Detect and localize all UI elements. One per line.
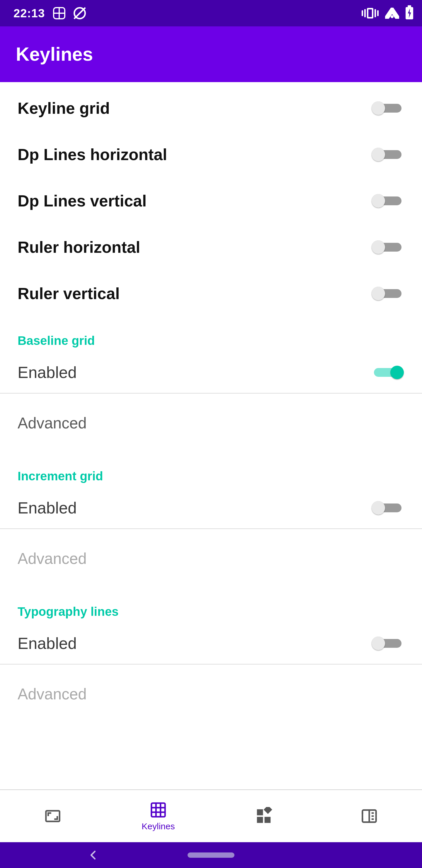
toggle-row-dp-lines-vertical[interactable]: Dp Lines vertical [0, 178, 422, 224]
tab-label: Keylines [141, 822, 175, 831]
baseline-advanced-row[interactable]: Advanced [0, 394, 422, 452]
toggle-row-keyline-grid[interactable]: Keyline grid [0, 85, 422, 131]
svg-rect-1 [152, 803, 165, 817]
board-icon [360, 807, 378, 825]
section-title-text: Baseline grid [18, 334, 95, 348]
enabled-label: Enabled [18, 634, 77, 653]
section-title-text: Typography lines [18, 604, 119, 619]
switch-dp-lines-horizontal[interactable] [371, 147, 404, 162]
toggle-label: Dp Lines horizontal [18, 145, 167, 164]
vibrate-icon [362, 8, 379, 19]
switch-baseline-enabled[interactable] [371, 365, 404, 380]
section-title-text: Increment grid [18, 469, 103, 483]
toggle-row-dp-lines-horizontal[interactable]: Dp Lines horizontal [0, 131, 422, 178]
tab-layout[interactable]: Layout [317, 790, 422, 842]
widgets-icon [255, 807, 273, 825]
svg-rect-5 [264, 807, 272, 814]
switch-ruler-vertical[interactable] [371, 286, 404, 302]
settings-list[interactable]: Keyline grid Dp Lines horizontal Dp Line… [0, 82, 422, 789]
toggle-label: Ruler horizontal [18, 238, 140, 256]
status-clock: 22:13 [13, 7, 45, 20]
back-button[interactable] [88, 849, 99, 861]
section-header-baseline-grid: Baseline grid [0, 317, 422, 352]
advanced-label: Advanced [18, 685, 87, 703]
toggle-label: Ruler vertical [18, 284, 120, 303]
apps-icon [53, 7, 65, 19]
section-header-typography-lines: Typography lines [0, 588, 422, 623]
typography-enabled-row[interactable]: Enabled [0, 623, 422, 664]
enabled-label: Enabled [18, 363, 77, 382]
chevron-left-icon [88, 849, 99, 861]
switch-ruler-horizontal[interactable] [371, 239, 404, 255]
enabled-label: Enabled [18, 498, 77, 517]
advanced-label: Advanced [18, 550, 87, 567]
page-title: Keylines [16, 43, 93, 65]
baseline-enabled-row[interactable]: Enabled [0, 352, 422, 393]
status-bar: 22:13 [0, 0, 422, 26]
toggle-row-ruler-vertical[interactable]: Ruler vertical [0, 270, 422, 317]
advanced-label: Advanced [18, 414, 87, 432]
do-not-disturb-icon [73, 7, 86, 19]
aspect-ratio-icon [44, 807, 62, 825]
wifi-icon [385, 8, 399, 19]
svg-rect-4 [265, 817, 271, 823]
system-nav-bar [0, 842, 422, 868]
home-gesture-pill[interactable] [188, 852, 234, 858]
section-header-increment-grid: Increment grid [0, 452, 422, 487]
switch-dp-lines-vertical[interactable] [371, 193, 404, 209]
bottom-nav: Screen Keylines Shapes Layout [0, 789, 422, 842]
switch-increment-enabled[interactable] [371, 500, 404, 516]
toggle-row-ruler-horizontal[interactable]: Ruler horizontal [0, 224, 422, 270]
status-bar-left: 22:13 [13, 7, 86, 20]
tab-screen[interactable]: Screen [0, 790, 105, 842]
typography-advanced-row: Advanced [0, 664, 422, 723]
toggle-label: Keyline grid [18, 99, 110, 118]
status-bar-right [362, 7, 413, 19]
svg-rect-2 [257, 809, 263, 815]
increment-advanced-row: Advanced [0, 529, 422, 588]
switch-keyline-grid[interactable] [371, 100, 404, 116]
increment-enabled-row[interactable]: Enabled [0, 487, 422, 528]
switch-typography-enabled[interactable] [371, 636, 404, 651]
tab-shapes[interactable]: Shapes [211, 790, 317, 842]
app-bar: Keylines [0, 26, 422, 82]
tab-keylines[interactable]: Keylines [105, 790, 211, 842]
svg-rect-3 [257, 817, 263, 823]
battery-charging-icon [405, 7, 413, 19]
grid-icon [149, 801, 167, 819]
toggle-label: Dp Lines vertical [18, 191, 147, 210]
